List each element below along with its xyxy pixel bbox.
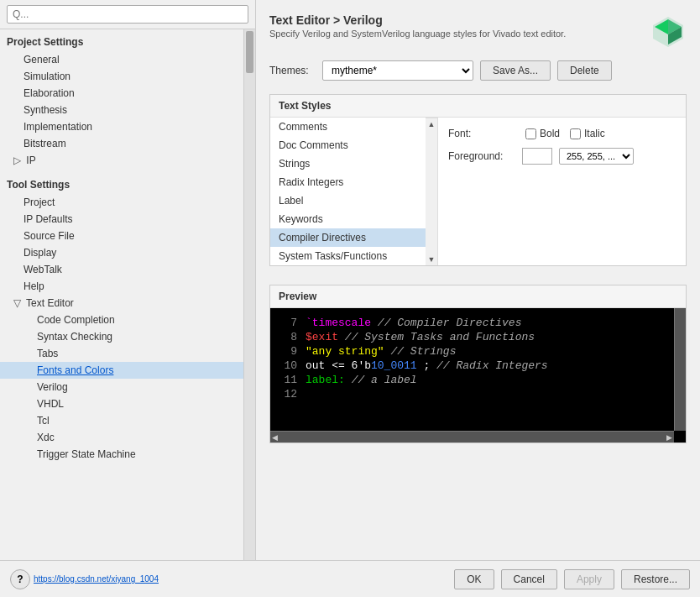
ip-expander: ▷ <box>13 154 24 166</box>
code-line-7: 7 `timescale // Compiler Directives <box>277 317 671 329</box>
foreground-row: Foreground: 255, 255, ... <box>448 148 676 165</box>
compiler-comment: // Compiler Directives <box>378 317 522 329</box>
sidebar-item-bitstream[interactable]: Bitstream <box>0 135 243 152</box>
font-label: Font: <box>448 128 515 139</box>
sidebar-item-simulation[interactable]: Simulation <box>0 68 243 85</box>
cancel-button[interactable]: Cancel <box>501 569 557 589</box>
left-scroll-thumb[interactable] <box>246 31 253 73</box>
preview-code: 7 `timescale // Compiler Directives 8 $e… <box>270 308 686 443</box>
search-input[interactable] <box>7 5 248 24</box>
style-label[interactable]: Label <box>270 191 437 210</box>
sidebar-item-webtalk[interactable]: WebTalk <box>0 261 243 278</box>
sidebar-item-ip[interactable]: ▷ IP <box>0 152 243 169</box>
list-scroll-down[interactable]: ▼ <box>426 254 437 265</box>
sidebar-item-elaboration[interactable]: Elaboration <box>0 85 243 102</box>
semicolon-token: ; <box>417 359 431 372</box>
sidebar-item-ip-defaults[interactable]: IP Defaults <box>0 211 243 228</box>
exit-token: $exit <box>306 331 338 343</box>
code-line-8: 8 $exit // System Tasks and Functions <box>277 331 671 343</box>
style-comments[interactable]: Comments <box>270 118 437 136</box>
sidebar-item-project[interactable]: Project <box>0 194 243 211</box>
search-bar <box>0 0 255 29</box>
preview-scrollbar-v[interactable] <box>674 308 686 431</box>
left-panel: Project Settings General Simulation Elab… <box>0 0 256 560</box>
line-num-8: 8 <box>277 331 297 343</box>
color-swatch[interactable] <box>522 148 552 165</box>
preview-scrollbar-h[interactable]: ◀ ▶ <box>270 431 674 443</box>
sidebar-item-verilog[interactable]: Verilog <box>0 379 243 395</box>
styles-list: Comments Doc Comments Strings Radix Inte… <box>270 118 437 265</box>
bottom-right: OK Cancel Apply Restore... <box>454 569 690 589</box>
sidebar-item-tabs[interactable]: Tabs <box>0 345 243 362</box>
help-button[interactable]: ? <box>10 569 30 589</box>
italic-label: Italic <box>584 128 605 139</box>
scroll-right-icon[interactable]: ▶ <box>666 433 672 442</box>
project-settings-header: Project Settings <box>0 33 243 51</box>
sidebar-item-xdc[interactable]: Xdc <box>0 429 243 446</box>
sidebar-item-vhdl[interactable]: VHDL <box>0 395 243 412</box>
bold-label: Bold <box>540 128 560 139</box>
italic-checkbox[interactable] <box>570 128 581 139</box>
list-scroll-up[interactable]: ▲ <box>426 118 437 130</box>
code-line-12: 12 <box>277 388 671 401</box>
code-content-8: $exit // System Tasks and Functions <box>306 331 535 343</box>
line-num-7: 7 <box>277 317 297 329</box>
sidebar-item-general[interactable]: General <box>0 51 243 68</box>
sidebar-item-synthesis[interactable]: Synthesis <box>0 102 243 118</box>
sidebar-item-text-editor[interactable]: ▽ Text Editor <box>0 295 243 312</box>
out-token: out <= 6'b <box>306 359 371 372</box>
save-as-button[interactable]: Save As... <box>480 60 551 81</box>
code-line-11: 11 label: // a label <box>277 374 671 386</box>
sidebar-item-syntax-checking[interactable]: Syntax Checking <box>0 328 243 345</box>
strings-comment: // Strings <box>390 345 456 358</box>
foreground-label: Foreground: <box>448 150 515 162</box>
color-dropdown[interactable]: 255, 255, ... <box>559 148 634 165</box>
apply-button[interactable]: Apply <box>564 569 614 589</box>
style-system-tasks[interactable]: System Tasks/Functions <box>270 247 437 265</box>
sidebar-item-tcl[interactable]: Tcl <box>0 412 243 429</box>
sidebar-item-display[interactable]: Display <box>0 244 243 261</box>
styles-content: Comments Doc Comments Strings Radix Inte… <box>270 118 686 265</box>
sidebar-item-implementation[interactable]: Implementation <box>0 118 243 135</box>
sidebar-item-trigger-state-machine[interactable]: Trigger State Machine <box>0 446 243 463</box>
tree-scroll: Project Settings General Simulation Elab… <box>0 29 243 560</box>
delete-button[interactable]: Delete <box>557 60 612 81</box>
italic-checkbox-group: Italic <box>570 128 605 139</box>
bottom-link[interactable]: https://blog.csdn.net/xiyang_1004 <box>34 574 159 584</box>
scroll-left-icon[interactable]: ◀ <box>272 433 278 442</box>
sidebar-item-code-completion[interactable]: Code Completion <box>0 312 243 328</box>
restore-button[interactable]: Restore... <box>621 569 690 589</box>
code-content-9: "any string" // Strings <box>306 345 456 358</box>
bottom-bar: ? https://blog.csdn.net/xiyang_1004 OK C… <box>0 560 700 597</box>
code-line-9: 9 "any string" // Strings <box>277 345 671 358</box>
system-tasks-comment: // System Tasks and Functions <box>345 331 535 343</box>
style-keywords[interactable]: Keywords <box>270 210 437 228</box>
timescale-token: `timescale <box>306 317 371 329</box>
style-doc-comments[interactable]: Doc Comments <box>270 136 437 154</box>
style-radix-integers[interactable]: Radix Integers <box>270 173 437 191</box>
line-num-10: 10 <box>277 359 297 372</box>
panel-title-area: Text Editor > Verilog Specify Verilog an… <box>269 13 566 39</box>
sidebar-item-source-file[interactable]: Source File <box>0 228 243 244</box>
sidebar-item-fonts-colors[interactable]: Fonts and Colors <box>0 362 243 379</box>
vivado-logo <box>650 13 687 50</box>
style-strings[interactable]: Strings <box>270 154 437 173</box>
preview-header: Preview <box>270 285 686 308</box>
styles-list-container: Comments Doc Comments Strings Radix Inte… <box>270 118 438 265</box>
themes-label: Themes: <box>269 65 316 76</box>
text-editor-expander: ▽ <box>13 297 24 309</box>
right-panel: Text Editor > Verilog Specify Verilog an… <box>256 0 700 560</box>
line-num-11: 11 <box>277 374 297 386</box>
ok-button[interactable]: OK <box>454 569 494 589</box>
bold-checkbox[interactable] <box>525 128 536 139</box>
font-row: Font: Bold Italic <box>448 128 676 139</box>
style-compiler-directives[interactable]: Compiler Directives <box>270 228 437 247</box>
font-options: Font: Bold Italic Foreground: <box>438 118 686 265</box>
sidebar-item-help[interactable]: Help <box>0 278 243 295</box>
themes-select[interactable]: mytheme* <box>322 60 473 81</box>
panel-breadcrumb: Text Editor > Verilog <box>269 13 566 27</box>
preview-section: Preview 7 `timescale // Compiler Directi… <box>269 285 687 443</box>
line-num-12: 12 <box>277 388 297 401</box>
bold-checkbox-group: Bold <box>525 128 560 139</box>
preview-area: 7 `timescale // Compiler Directives 8 $e… <box>270 308 686 443</box>
